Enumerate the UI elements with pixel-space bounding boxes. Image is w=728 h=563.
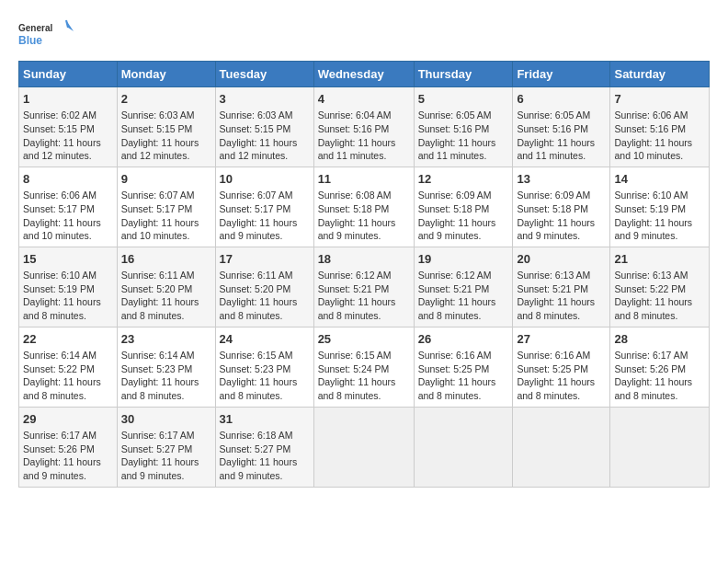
day-number: 7 <box>614 91 705 108</box>
day-info: Daylight: 11 hours and 9 minutes. <box>23 455 113 482</box>
day-info: Sunrise: 6:17 AM <box>614 349 705 362</box>
day-info: Daylight: 11 hours and 9 minutes. <box>614 216 705 243</box>
calendar-cell <box>610 407 710 487</box>
day-number: 4 <box>318 91 410 108</box>
day-info: Sunset: 5:25 PM <box>418 362 509 376</box>
day-number: 1 <box>23 91 113 108</box>
day-info: Sunrise: 6:12 AM <box>318 269 410 282</box>
day-number: 24 <box>220 331 310 348</box>
calendar-cell: 7Sunrise: 6:06 AMSunset: 5:16 PMDaylight… <box>610 87 710 167</box>
general-blue-logo-icon: General Blue <box>18 18 74 52</box>
day-number: 13 <box>517 171 606 188</box>
calendar-cell: 28Sunrise: 6:17 AMSunset: 5:26 PMDayligh… <box>610 327 710 407</box>
calendar-cell: 18Sunrise: 6:12 AMSunset: 5:21 PMDayligh… <box>313 247 414 327</box>
calendar-cell: 11Sunrise: 6:08 AMSunset: 5:18 PMDayligh… <box>313 167 414 247</box>
day-info: Sunrise: 6:03 AM <box>121 109 211 122</box>
calendar-cell: 17Sunrise: 6:11 AMSunset: 5:20 PMDayligh… <box>215 247 313 327</box>
day-number: 2 <box>121 91 211 108</box>
day-info: Sunrise: 6:09 AM <box>517 189 606 202</box>
day-number: 17 <box>220 251 310 268</box>
weekday-header-monday: Monday <box>117 62 215 87</box>
day-info: Sunrise: 6:07 AM <box>220 189 310 202</box>
day-info: Sunset: 5:26 PM <box>614 362 705 376</box>
day-info: Sunrise: 6:07 AM <box>121 189 211 202</box>
day-info: Sunset: 5:24 PM <box>318 362 410 376</box>
day-info: Sunset: 5:27 PM <box>220 442 310 456</box>
calendar-cell: 12Sunrise: 6:09 AMSunset: 5:18 PMDayligh… <box>414 167 513 247</box>
calendar-cell: 22Sunrise: 6:14 AMSunset: 5:22 PMDayligh… <box>19 327 118 407</box>
calendar-cell: 20Sunrise: 6:13 AMSunset: 5:21 PMDayligh… <box>513 247 610 327</box>
day-info: Daylight: 11 hours and 8 minutes. <box>517 375 606 402</box>
day-info: Sunset: 5:16 PM <box>614 122 705 136</box>
day-info: Sunrise: 6:14 AM <box>23 349 113 362</box>
day-number: 25 <box>318 331 410 348</box>
logo: General Blue <box>18 18 74 52</box>
day-info: Sunset: 5:17 PM <box>23 202 113 216</box>
day-info: Sunset: 5:18 PM <box>418 202 509 216</box>
day-info: Daylight: 11 hours and 8 minutes. <box>418 375 509 402</box>
day-info: Sunrise: 6:11 AM <box>121 269 211 282</box>
calendar-cell: 6Sunrise: 6:05 AMSunset: 5:16 PMDaylight… <box>513 87 610 167</box>
day-info: Sunrise: 6:04 AM <box>318 109 410 122</box>
day-info: Sunset: 5:18 PM <box>318 202 410 216</box>
day-info: Sunrise: 6:12 AM <box>418 269 509 282</box>
calendar-cell: 19Sunrise: 6:12 AMSunset: 5:21 PMDayligh… <box>414 247 513 327</box>
day-info: Daylight: 11 hours and 9 minutes. <box>220 455 310 482</box>
calendar-cell <box>313 407 414 487</box>
day-number: 16 <box>121 251 211 268</box>
calendar-cell: 27Sunrise: 6:16 AMSunset: 5:25 PMDayligh… <box>513 327 610 407</box>
day-info: Daylight: 11 hours and 8 minutes. <box>614 375 705 402</box>
day-info: Daylight: 11 hours and 11 minutes. <box>318 136 410 163</box>
day-info: Sunrise: 6:05 AM <box>418 109 509 122</box>
day-info: Sunset: 5:15 PM <box>220 122 310 136</box>
day-info: Daylight: 11 hours and 8 minutes. <box>418 295 509 322</box>
calendar-cell: 9Sunrise: 6:07 AMSunset: 5:17 PMDaylight… <box>117 167 215 247</box>
day-info: Sunset: 5:23 PM <box>121 362 211 376</box>
day-info: Sunset: 5:26 PM <box>23 442 113 456</box>
day-info: Daylight: 11 hours and 8 minutes. <box>517 295 606 322</box>
calendar-cell: 15Sunrise: 6:10 AMSunset: 5:19 PMDayligh… <box>19 247 118 327</box>
svg-line-3 <box>66 20 68 28</box>
day-info: Sunrise: 6:14 AM <box>121 349 211 362</box>
day-number: 14 <box>614 171 705 188</box>
day-info: Sunrise: 6:08 AM <box>318 189 410 202</box>
calendar-cell: 8Sunrise: 6:06 AMSunset: 5:17 PMDaylight… <box>19 167 118 247</box>
day-info: Sunset: 5:19 PM <box>23 282 113 296</box>
day-number: 6 <box>517 91 606 108</box>
day-info: Sunset: 5:22 PM <box>614 282 705 296</box>
day-info: Sunrise: 6:15 AM <box>220 349 310 362</box>
day-number: 12 <box>418 171 509 188</box>
calendar-table: SundayMondayTuesdayWednesdayThursdayFrid… <box>18 61 710 488</box>
calendar-cell: 1Sunrise: 6:02 AMSunset: 5:15 PMDaylight… <box>19 87 118 167</box>
day-info: Daylight: 11 hours and 12 minutes. <box>220 136 310 163</box>
day-number: 31 <box>220 411 310 428</box>
day-info: Sunrise: 6:10 AM <box>614 189 705 202</box>
day-info: Sunrise: 6:13 AM <box>517 269 606 282</box>
day-info: Daylight: 11 hours and 8 minutes. <box>318 295 410 322</box>
day-number: 18 <box>318 251 410 268</box>
day-number: 21 <box>614 251 705 268</box>
day-info: Sunrise: 6:06 AM <box>614 109 705 122</box>
day-info: Sunset: 5:19 PM <box>614 202 705 216</box>
weekday-header-sunday: Sunday <box>19 62 118 87</box>
day-number: 27 <box>517 331 606 348</box>
day-info: Sunset: 5:15 PM <box>121 122 211 136</box>
day-info: Sunset: 5:27 PM <box>121 442 211 456</box>
day-info: Sunrise: 6:13 AM <box>614 269 705 282</box>
calendar-cell: 31Sunrise: 6:18 AMSunset: 5:27 PMDayligh… <box>215 407 313 487</box>
day-info: Daylight: 11 hours and 9 minutes. <box>318 216 410 243</box>
weekday-header-friday: Friday <box>513 62 610 87</box>
day-info: Sunset: 5:20 PM <box>220 282 310 296</box>
day-info: Sunset: 5:17 PM <box>121 202 211 216</box>
calendar-cell: 13Sunrise: 6:09 AMSunset: 5:18 PMDayligh… <box>513 167 610 247</box>
day-info: Daylight: 11 hours and 10 minutes. <box>121 216 211 243</box>
day-number: 28 <box>614 331 705 348</box>
calendar-cell: 4Sunrise: 6:04 AMSunset: 5:16 PMDaylight… <box>313 87 414 167</box>
day-info: Sunrise: 6:17 AM <box>121 429 211 442</box>
calendar-cell: 29Sunrise: 6:17 AMSunset: 5:26 PMDayligh… <box>19 407 118 487</box>
calendar-cell: 21Sunrise: 6:13 AMSunset: 5:22 PMDayligh… <box>610 247 710 327</box>
day-number: 11 <box>318 171 410 188</box>
day-info: Sunset: 5:16 PM <box>318 122 410 136</box>
day-info: Daylight: 11 hours and 9 minutes. <box>517 216 606 243</box>
day-info: Daylight: 11 hours and 9 minutes. <box>220 216 310 243</box>
